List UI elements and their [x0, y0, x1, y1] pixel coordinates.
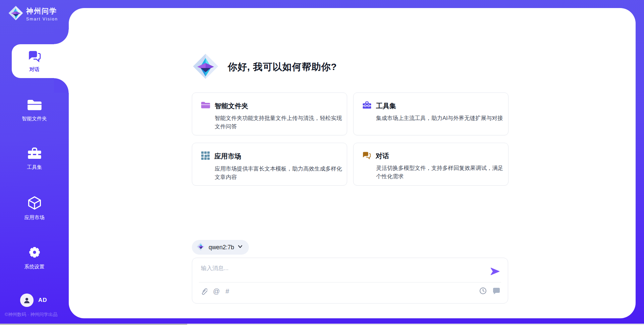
grid-icon: [201, 151, 210, 161]
sidebar: 神州问学 Smart Vision 对话 智能文件夹: [0, 0, 69, 325]
message-composer: 输入消息... @ #: [192, 258, 508, 304]
sidebar-item-label: 系统设置: [0, 264, 69, 270]
card-desc: 应用市场提供丰富长文本模板，助力高效生成多样化文章内容: [215, 165, 343, 181]
model-selector[interactable]: qwen2:7b: [192, 240, 249, 255]
main-content-panel: 你好, 我可以如何帮助你? 智能文件夹 智能文件夹功能支持批量文件上传与清洗，轻…: [69, 8, 636, 318]
scrollbar-thumb[interactable]: [0, 324, 187, 325]
brand: 神州问学 Smart Vision: [8, 5, 58, 22]
composer-divider: [199, 282, 501, 282]
chevron-down-icon: [237, 244, 243, 251]
card-desc: 智能文件夹功能支持批量文件上传与清洗，轻松实现文件问答: [215, 114, 343, 131]
attachment-icon[interactable]: [200, 287, 207, 296]
gear-icon: [27, 255, 42, 261]
sidebar-item-label: 智能文件夹: [0, 116, 69, 122]
message-input[interactable]: 输入消息...: [201, 264, 476, 280]
card-desc: 灵活切换多模型文件，支持多样回复效果调试，满足个性化需求: [376, 164, 504, 181]
card-app-market[interactable]: 应用市场 应用市场提供丰富长文本模板，助力高效生成多样化文章内容: [192, 143, 347, 186]
sidebar-item-smart-folder[interactable]: 智能文件夹: [0, 99, 69, 122]
sidebar-item-toolset[interactable]: 工具集: [0, 147, 69, 171]
copyright-footer: ©神州数码 · 神州问学出品: [5, 312, 68, 318]
folder-icon: [201, 101, 210, 111]
horizontal-scrollbar[interactable]: [0, 324, 644, 325]
card-title: 智能文件夹: [215, 102, 248, 111]
user-chip[interactable]: AD: [20, 294, 47, 307]
cube-icon: [28, 206, 42, 211]
model-logo-icon: [197, 242, 205, 252]
chat-icon: [362, 151, 371, 161]
model-name: qwen2:7b: [209, 244, 234, 251]
app-logo-large: [192, 53, 219, 81]
card-desc: 集成市场上主流工具，助力AI与外界无缝扩展与对接: [376, 114, 504, 122]
send-icon[interactable]: [490, 267, 500, 275]
brand-name: 神州问学: [26, 7, 57, 15]
history-clock-icon[interactable]: [479, 287, 487, 295]
brand-subtitle: Smart Vision: [26, 17, 58, 21]
sidebar-item-app-market[interactable]: 应用市场: [0, 196, 69, 221]
folder-icon: [27, 107, 42, 113]
greeting-title: 你好, 我可以如何帮助你?: [228, 61, 337, 73]
app-logo-icon: [8, 5, 23, 22]
feature-cards: 智能文件夹 智能文件夹功能支持批量文件上传与清洗，轻松实现文件问答 工具集 集成…: [192, 92, 508, 186]
briefcase-icon: [362, 101, 372, 111]
greeting-row: 你好, 我可以如何帮助你?: [192, 53, 337, 81]
briefcase-icon: [27, 155, 42, 161]
card-title: 应用市场: [214, 152, 241, 161]
sidebar-item-settings[interactable]: 系统设置: [0, 245, 69, 270]
user-name: AD: [38, 297, 47, 304]
tab-fillet-top: [54, 29, 69, 44]
mention-icon[interactable]: @: [213, 287, 220, 296]
avatar: [20, 294, 34, 307]
card-toolset[interactable]: 工具集 集成市场上主流工具，助力AI与外界无缝扩展与对接: [353, 92, 508, 135]
card-chat[interactable]: 对话 灵活切换多模型文件，支持多样回复效果调试，满足个性化需求: [353, 143, 508, 186]
hashtag-icon[interactable]: #: [225, 287, 229, 296]
chat-icon: [28, 58, 42, 63]
sidebar-item-label: 工具集: [0, 164, 69, 171]
card-title: 工具集: [376, 102, 396, 111]
feedback-bubble-icon[interactable]: [492, 287, 500, 295]
card-title: 对话: [376, 151, 389, 160]
sidebar-item-label: 对话: [0, 66, 69, 73]
sidebar-item-chat[interactable]: 对话: [0, 50, 69, 73]
card-smart-folder[interactable]: 智能文件夹 智能文件夹功能支持批量文件上传与清洗，轻松实现文件问答: [192, 92, 347, 135]
tab-fillet-bottom: [54, 78, 69, 93]
sidebar-item-label: 应用市场: [0, 214, 69, 221]
